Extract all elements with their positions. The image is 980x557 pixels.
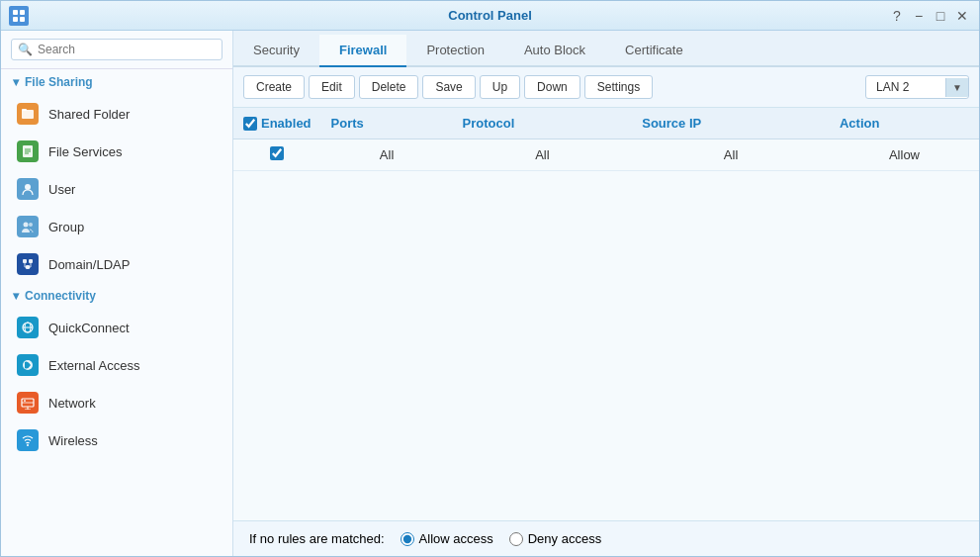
edit-button[interactable]: Edit: [309, 75, 355, 99]
chevron-down-icon: ▾: [13, 75, 19, 89]
sidebar-item-wireless[interactable]: Wireless: [1, 421, 232, 459]
deny-access-radio[interactable]: [509, 532, 523, 546]
dropdown-arrow-icon[interactable]: ▼: [945, 78, 968, 97]
window: Control Panel ? − □ ✕ 🔍 ▾ File Sharing: [0, 0, 980, 557]
toolbar: Create Edit Delete Save Up Down Settings…: [233, 67, 979, 108]
svg-rect-2: [13, 17, 18, 22]
connectivity-label: Connectivity: [25, 289, 96, 303]
up-button[interactable]: Up: [480, 75, 520, 99]
tab-auto-block[interactable]: Auto Block: [504, 35, 605, 67]
allow-access-label: Allow access: [419, 531, 493, 546]
title-bar-left: [9, 6, 29, 26]
settings-button[interactable]: Settings: [584, 75, 653, 99]
sidebar-item-user[interactable]: User: [1, 170, 232, 208]
allow-access-radio[interactable]: [401, 532, 414, 546]
search-wrap: 🔍: [11, 39, 223, 60]
col-protocol: Protocol: [453, 108, 633, 139]
svg-rect-14: [29, 259, 33, 263]
sidebar-item-file-services[interactable]: File Services: [1, 133, 232, 170]
connectivity-section[interactable]: ▾ Connectivity: [1, 283, 232, 309]
lan-select-label: LAN 2: [866, 76, 945, 98]
save-button[interactable]: Save: [422, 75, 475, 99]
svg-rect-26: [24, 400, 26, 402]
svg-rect-0: [13, 10, 18, 15]
svg-rect-1: [20, 10, 25, 15]
file-services-label: File Services: [48, 144, 122, 159]
select-all-checkbox[interactable]: [243, 117, 257, 131]
col-ports: Ports: [321, 108, 453, 139]
right-panel: Security Firewall Protection Auto Block …: [233, 31, 979, 556]
sidebar-item-external-access[interactable]: External Access: [1, 346, 232, 384]
file-services-icon: [17, 140, 39, 162]
down-button[interactable]: Down: [524, 75, 580, 99]
svg-point-12: [29, 223, 33, 227]
network-label: Network: [48, 396, 96, 411]
create-button[interactable]: Create: [243, 75, 305, 99]
bottom-bar: If no rules are matched: Allow access De…: [233, 520, 979, 556]
domain-ldap-label: Domain/LDAP: [48, 257, 130, 272]
user-label: User: [48, 182, 75, 197]
col-action: Action: [830, 108, 979, 139]
no-rules-label: If no rules are matched:: [249, 531, 385, 546]
sidebar-item-shared-folder[interactable]: Shared Folder: [1, 95, 232, 133]
allow-access-option[interactable]: Allow access: [401, 531, 493, 546]
row-ports-cell: All: [321, 139, 453, 171]
delete-button[interactable]: Delete: [359, 75, 419, 99]
sidebar-item-quickconnect[interactable]: QuickConnect: [1, 309, 232, 346]
sidebar: 🔍 ▾ File Sharing Shared Folder: [1, 31, 233, 556]
tab-firewall[interactable]: Firewall: [319, 35, 406, 67]
title-bar: Control Panel ? − □ ✕: [1, 1, 979, 31]
svg-point-10: [25, 184, 31, 190]
svg-rect-5: [22, 109, 27, 111]
svg-rect-3: [20, 17, 25, 22]
quickconnect-icon: [17, 317, 39, 338]
external-access-icon: [17, 354, 39, 376]
file-sharing-section[interactable]: ▾ File Sharing: [1, 69, 232, 95]
shared-folder-icon: [17, 103, 39, 125]
minimize-button[interactable]: −: [910, 7, 928, 25]
search-icon: 🔍: [18, 43, 33, 56]
tabs-bar: Security Firewall Protection Auto Block …: [233, 31, 979, 67]
svg-rect-13: [23, 259, 27, 263]
table-row[interactable]: All All All Allow: [233, 139, 979, 171]
row-action-cell: Allow: [830, 139, 979, 171]
deny-access-label: Deny access: [528, 531, 601, 546]
svg-point-27: [27, 444, 29, 446]
sidebar-item-group[interactable]: Group: [1, 208, 232, 245]
help-button[interactable]: ?: [888, 7, 906, 25]
sidebar-item-domain-ldap[interactable]: Domain/LDAP: [1, 245, 232, 283]
chevron-down-icon-2: ▾: [13, 289, 19, 303]
row-enabled-checkbox[interactable]: [270, 146, 284, 160]
user-icon: [17, 178, 39, 200]
wireless-icon: [17, 429, 39, 451]
close-button[interactable]: ✕: [953, 7, 971, 25]
window-controls: ? − □ ✕: [888, 7, 971, 25]
shared-folder-label: Shared Folder: [48, 107, 130, 122]
svg-rect-4: [22, 110, 34, 119]
search-input[interactable]: [38, 43, 216, 56]
tab-security[interactable]: Security: [233, 35, 319, 67]
quickconnect-label: QuickConnect: [48, 321, 130, 335]
row-protocol-cell: All: [453, 139, 633, 171]
domain-ldap-icon: [17, 253, 39, 275]
network-icon: [17, 392, 39, 414]
main-content: 🔍 ▾ File Sharing Shared Folder: [1, 31, 979, 556]
app-icon: [9, 6, 29, 26]
external-access-label: External Access: [48, 358, 140, 373]
row-source-ip-cell: All: [632, 139, 830, 171]
search-bar: 🔍: [1, 31, 232, 69]
svg-point-11: [24, 223, 29, 228]
group-icon: [17, 216, 39, 237]
row-enabled-cell: [233, 139, 321, 171]
window-title: Control Panel: [448, 8, 532, 23]
firewall-table: Enabled Ports Protocol Source IP Action: [233, 108, 979, 171]
wireless-label: Wireless: [48, 433, 98, 448]
tab-certificate[interactable]: Certificate: [605, 35, 703, 67]
lan-select[interactable]: LAN 2 ▼: [865, 75, 969, 99]
deny-access-option[interactable]: Deny access: [509, 531, 601, 546]
tab-protection[interactable]: Protection: [406, 35, 504, 67]
maximize-button[interactable]: □: [932, 7, 949, 25]
table-wrap: Enabled Ports Protocol Source IP Action: [233, 108, 979, 520]
col-source-ip: Source IP: [632, 108, 830, 139]
sidebar-item-network[interactable]: Network: [1, 384, 232, 421]
